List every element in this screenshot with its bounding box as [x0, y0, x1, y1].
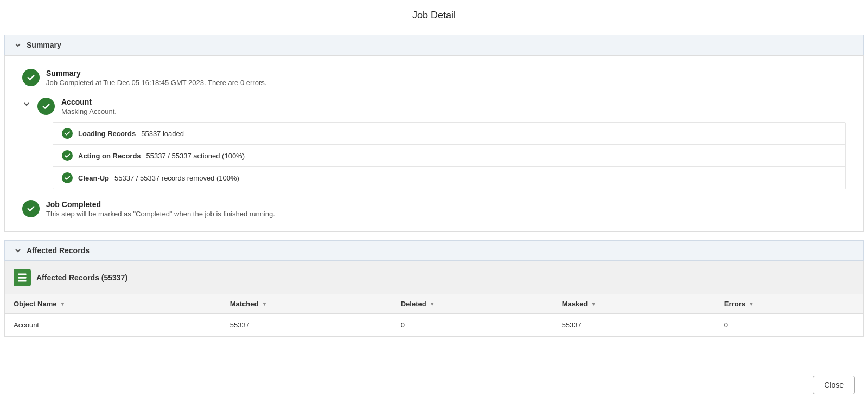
account-chevron-icon [22, 100, 31, 108]
sort-masked-icon: ▼ [591, 301, 596, 307]
summary-check-icon [22, 69, 40, 86]
col-deleted[interactable]: Deleted ▼ [392, 294, 553, 314]
cell-matched: 55337 [221, 314, 392, 336]
sub-step-cleanup: Clean-Up 55337 / 55337 records removed (… [53, 167, 845, 189]
summary-step-title: Summary [46, 69, 846, 78]
acting-label: Acting on Records [78, 152, 141, 160]
affected-records-table-container: Object Name ▼ Matched ▼ [5, 294, 863, 336]
cell-masked: 55337 [553, 314, 716, 336]
svg-rect-1 [18, 277, 27, 278]
acting-value: 55337 / 55337 actioned (100%) [146, 152, 245, 160]
cleanup-label: Clean-Up [78, 174, 109, 182]
account-step-content: Account Masking Account. [61, 98, 846, 115]
col-matched[interactable]: Matched ▼ [221, 294, 392, 314]
summary-chevron-icon [14, 41, 22, 49]
account-check-icon [37, 98, 55, 115]
loading-check-icon [62, 128, 73, 139]
sort-matched-icon: ▼ [261, 301, 267, 307]
account-step-title: Account [61, 98, 846, 106]
affected-section: Affected Records Affected Records (55337… [4, 240, 864, 337]
col-errors[interactable]: Errors ▼ [716, 294, 863, 314]
affected-records-title: Affected Records (55337) [36, 273, 127, 282]
summary-step: Summary Job Completed at Tue Dec 05 16:1… [22, 69, 846, 87]
summary-step-desc: Job Completed at Tue Dec 05 16:18:45 GMT… [46, 79, 846, 87]
job-completed-desc: This step will be marked as "Completed" … [46, 210, 846, 218]
sub-step-loading: Loading Records 55337 loaded [53, 123, 845, 145]
account-sub-steps: Loading Records 55337 loaded Acting on R… [53, 122, 846, 189]
affected-records-table: Object Name ▼ Matched ▼ [5, 294, 863, 336]
col-masked[interactable]: Masked ▼ [553, 294, 716, 314]
sort-errors-icon: ▼ [749, 301, 754, 307]
records-icon [14, 269, 31, 286]
account-step-desc: Masking Account. [61, 107, 846, 115]
account-section: Account Masking Account. Loading Records [22, 98, 846, 189]
summary-step-content: Summary Job Completed at Tue Dec 05 16:1… [46, 69, 846, 87]
loading-label: Loading Records [78, 130, 136, 138]
sub-step-acting: Acting on Records 55337 / 55337 actioned… [53, 145, 845, 167]
svg-rect-0 [18, 274, 27, 275]
affected-section-header[interactable]: Affected Records [4, 240, 864, 261]
cleanup-value: 55337 / 55337 records removed (100%) [114, 174, 239, 182]
loading-value: 55337 loaded [141, 130, 184, 138]
job-completed-step: Job Completed This step will be marked a… [22, 200, 846, 218]
job-completed-content: Job Completed This step will be marked a… [46, 200, 846, 218]
svg-rect-2 [18, 280, 27, 281]
col-object-name[interactable]: Object Name ▼ [5, 294, 221, 314]
table-row: Account 55337 0 55337 0 [5, 314, 863, 336]
close-button[interactable]: Close [813, 376, 855, 394]
job-completed-check-icon [22, 200, 40, 217]
page-title: Job Detail [0, 0, 868, 30]
cell-errors: 0 [716, 314, 863, 336]
cleanup-check-icon [62, 172, 73, 183]
sort-object-name-icon: ▼ [60, 301, 65, 307]
summary-section-label: Summary [27, 41, 61, 49]
job-completed-title: Job Completed [46, 200, 846, 209]
summary-body: Summary Job Completed at Tue Dec 05 16:1… [4, 55, 864, 232]
affected-section-label: Affected Records [27, 246, 90, 255]
cell-deleted: 0 [392, 314, 553, 336]
affected-records-header: Affected Records (55337) [5, 261, 863, 294]
acting-check-icon [62, 150, 73, 161]
account-expand-toggle[interactable] [22, 98, 31, 108]
account-header: Account Masking Account. [22, 98, 846, 115]
affected-body: Affected Records (55337) Object Name ▼ [4, 261, 864, 337]
affected-chevron-icon [14, 246, 22, 255]
summary-section-header[interactable]: Summary [4, 35, 864, 55]
sort-deleted-icon: ▼ [430, 301, 435, 307]
table-header-row: Object Name ▼ Matched ▼ [5, 294, 863, 314]
cell-object-name: Account [5, 314, 221, 336]
